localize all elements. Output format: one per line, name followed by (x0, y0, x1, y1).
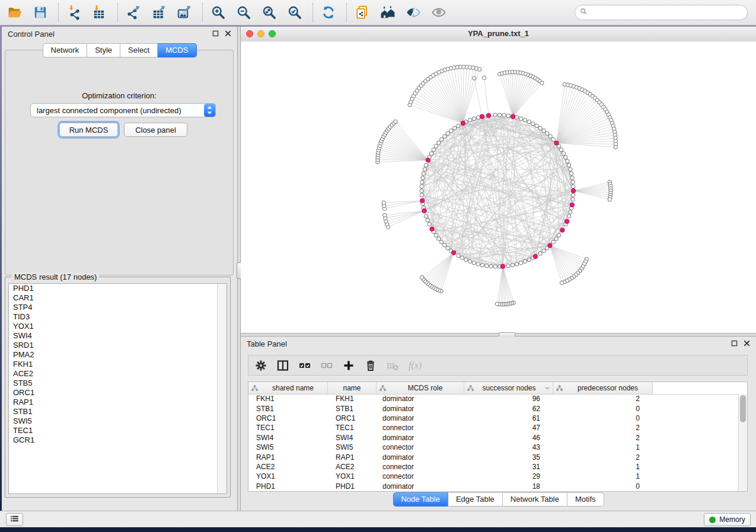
mcds-result-item[interactable]: STB1 (9, 407, 227, 416)
table-cell: RAP1 (328, 453, 377, 462)
close-panel-button[interactable]: Close panel (124, 123, 187, 137)
duplicate-network-icon[interactable] (353, 4, 371, 21)
tab-style[interactable]: Style (87, 43, 120, 57)
zoom-in-icon[interactable] (209, 4, 227, 21)
tab-select[interactable]: Select (120, 43, 158, 57)
mcds-result-item[interactable]: GCR1 (9, 435, 227, 445)
table-row[interactable]: SWI4SWI4dominator462 (248, 433, 739, 443)
tab-mcds[interactable]: MCDS (158, 43, 196, 57)
mcds-result-item[interactable]: ACE2 (9, 369, 227, 379)
mcds-result-item[interactable]: SRD1 (9, 341, 227, 350)
first-neighbors-icon[interactable] (379, 4, 397, 21)
export-network-icon[interactable] (125, 4, 142, 21)
table-row[interactable]: PHD1PHD1dominator180 (248, 482, 739, 491)
column-header-shared-name[interactable]: shared name (248, 382, 328, 394)
memory-button[interactable]: Memory (704, 513, 751, 526)
network-view-titlebar[interactable]: YPA_prune.txt_1 (241, 27, 756, 42)
zoom-fit-icon[interactable] (260, 4, 278, 21)
search-box[interactable] (575, 5, 748, 20)
show-columns-icon[interactable] (275, 358, 291, 373)
table-cell: FKH1 (328, 395, 377, 403)
column-header-predecessor-nodes[interactable]: predecessor nodes (553, 382, 653, 394)
run-mcds-button[interactable]: Run MCDS (59, 123, 118, 137)
table-row[interactable]: RAP1RAP1dominator352 (248, 452, 739, 462)
table-row[interactable]: STB1STB1dominator620 (248, 403, 739, 413)
float-icon[interactable] (730, 339, 739, 348)
table-row[interactable]: FKH1FKH1dominator962 (248, 394, 739, 403)
tab-network-table[interactable]: Network Table (503, 492, 567, 507)
select-all-icon[interactable] (297, 358, 312, 373)
refresh-icon[interactable] (320, 4, 337, 21)
export-table-icon[interactable] (150, 4, 168, 21)
mcds-result-item[interactable]: SWI5 (9, 416, 227, 426)
table-scrollbar-thumb[interactable] (740, 395, 746, 422)
open-file-icon[interactable] (6, 4, 24, 21)
import-network-icon[interactable] (65, 4, 83, 21)
mcds-result-item[interactable]: SWI4 (9, 331, 227, 341)
table-row[interactable]: SWI5SWI5connector431 (248, 443, 739, 452)
table-row[interactable]: ORC1ORC1dominator610 (248, 414, 739, 423)
zoom-out-icon[interactable] (235, 4, 253, 21)
table-row[interactable]: YOX1YOX1connector291 (248, 472, 739, 481)
tab-node-table[interactable]: Node Table (393, 492, 448, 507)
mcds-result-title: MCDS result (17 nodes) (12, 273, 99, 281)
mcds-result-item[interactable]: PMA2 (9, 350, 227, 360)
tab-edge-table[interactable]: Edge Table (448, 492, 503, 507)
table-cell: 29 (464, 472, 553, 480)
mcds-result-item[interactable]: TEC1 (9, 426, 227, 435)
mcds-result-item[interactable]: YOX1 (9, 322, 227, 331)
mcds-result-item[interactable]: CAR1 (9, 293, 227, 303)
float-icon[interactable] (211, 29, 220, 38)
mcds-result-item[interactable]: FKH1 (9, 360, 227, 369)
network-view-window: YPA_prune.txt_1 (241, 27, 756, 333)
import-table-icon[interactable] (91, 4, 109, 21)
table-cell: SWI5 (248, 443, 328, 451)
column-header-successor-nodes[interactable]: successor nodes (464, 382, 553, 394)
table-cell: 2 (553, 453, 653, 462)
table-cell: connector (377, 472, 464, 480)
control-panel: Control Panel NetworkStyleSelectMCDS Opt… (2, 27, 237, 511)
node-table: shared namenameMCDS rolesuccessor nodesp… (248, 382, 748, 492)
mcds-result-group: MCDS result (17 nodes) PHD1CAR1STP4TID3Y… (5, 277, 231, 498)
table-row[interactable]: ACE2ACE2connector311 (248, 462, 739, 472)
tree-icon (379, 384, 387, 392)
mcds-result-item[interactable]: RAP1 (9, 398, 227, 407)
column-header-MCDS-role[interactable]: MCDS role (377, 382, 464, 394)
add-row-icon[interactable] (341, 358, 356, 373)
table-tabs: Node TableEdge TableNetwork TableMotifs (393, 492, 604, 507)
table-cell: 2 (553, 424, 653, 432)
search-icon (579, 7, 588, 18)
table-cell: SWI4 (328, 434, 377, 442)
mcds-result-item[interactable]: ORC1 (9, 388, 227, 398)
deselect-all-icon[interactable] (319, 358, 334, 373)
column-header-name[interactable]: name (328, 382, 377, 394)
close-icon[interactable] (224, 29, 232, 38)
table-cell: 46 (464, 434, 553, 442)
table-cell: 1 (553, 443, 653, 451)
mcds-result-item[interactable]: STB5 (9, 379, 227, 388)
mcds-result-items: PHD1CAR1STP4TID3YOX1SWI4SRD1PMA2FKH1ACE2… (9, 284, 227, 445)
mcds-result-list[interactable]: PHD1CAR1STP4TID3YOX1SWI4SRD1PMA2FKH1ACE2… (8, 283, 227, 494)
hide-details-icon[interactable] (404, 4, 422, 21)
save-session-icon[interactable] (31, 4, 49, 21)
criterion-select[interactable]: largest connected component (undirected) (30, 103, 216, 117)
close-icon[interactable] (742, 339, 751, 348)
table-cell: connector (377, 424, 464, 432)
show-details-icon[interactable] (430, 4, 448, 21)
tab-motifs[interactable]: Motifs (567, 492, 604, 507)
network-canvas[interactable] (241, 41, 756, 333)
panel-menu-button[interactable] (6, 513, 23, 526)
table-row[interactable]: TEC1TEC1connector472 (248, 423, 739, 432)
memory-status-dot (709, 517, 716, 523)
table-scrollbar[interactable] (738, 394, 747, 491)
zoom-selected-icon[interactable] (286, 4, 304, 21)
mcds-list-scrollbar[interactable] (217, 284, 227, 493)
search-input[interactable] (588, 7, 747, 18)
tab-network[interactable]: Network (42, 43, 87, 57)
delete-row-icon[interactable] (363, 358, 378, 373)
table-settings-icon[interactable] (253, 358, 269, 373)
mcds-result-item[interactable]: TID3 (9, 312, 227, 322)
mcds-result-item[interactable]: STP4 (9, 303, 227, 312)
mcds-result-item[interactable]: PHD1 (9, 284, 227, 293)
export-image-icon[interactable] (176, 4, 193, 21)
